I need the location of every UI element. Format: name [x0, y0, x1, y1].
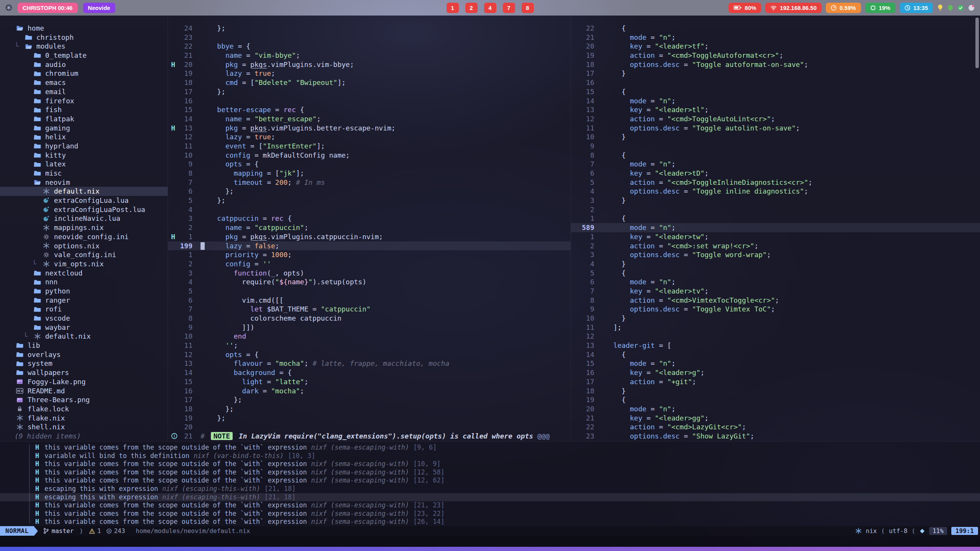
shield-tray-icon[interactable]	[947, 5, 953, 11]
code-line-3[interactable]: 3 }	[571, 196, 980, 205]
tree-item-modules[interactable]: └modules	[0, 42, 168, 51]
code-line-18[interactable]: 18 }	[571, 386, 980, 396]
code-line-8[interactable]: 8 action = "<cmd>VimtexTocToggle<cr>";	[571, 296, 980, 305]
code-line-11[interactable]: 11 event = ["InsertEnter"];	[168, 142, 571, 151]
diagnostic-item[interactable]: Hthis variable comes from the scope outs…	[35, 518, 980, 526]
tree-item-default.nix[interactable]: default.nix	[0, 187, 168, 196]
check-tray-icon[interactable]	[957, 5, 964, 11]
code-line-22[interactable]: 22 bbye = {	[168, 42, 571, 51]
code-line-21[interactable]: 21 mode = "n";	[571, 33, 980, 42]
diagnostic-item[interactable]: Hthis variable comes from the scope outs…	[35, 468, 980, 477]
code-line-6[interactable]: 6 key = "<leader>tD";	[571, 169, 980, 178]
code-line-20[interactable]: 20 mode = "n";	[571, 404, 980, 414]
code-line-18[interactable]: 18 options.desc = "Toggle autoformat-on-…	[571, 60, 980, 69]
tree-item-hyprland[interactable]: hyprland	[0, 142, 168, 151]
tree-item-neovide_config.ini[interactable]: neovide_config.ini	[0, 232, 168, 241]
code-line-13[interactable]: H13 pkg = pkgs.vimPlugins.better-escape-…	[168, 124, 571, 133]
code-line-16[interactable]: 16 key = "<leader>g";	[571, 368, 980, 377]
diagnostic-item[interactable]: Hthis variable comes from the scope outs…	[35, 460, 980, 468]
code-line-7[interactable]: 7 let $BAT_THEME = "catppuccin"	[168, 305, 571, 314]
diagnostic-counts[interactable]: 1 243	[89, 527, 128, 535]
tree-item-python[interactable]: python	[0, 287, 168, 296]
diagnostic-item[interactable]: Hescaping this with expressionnixf (esca…	[35, 485, 980, 493]
tree-item-system[interactable]: system	[0, 359, 168, 368]
tree-item-vim_opts.nix[interactable]: └vim_opts.nix	[0, 259, 168, 269]
code-line-21[interactable]: 21# NOTE In LazyVim require("clang_exten…	[168, 432, 571, 441]
code-line-2[interactable]: 2 action = "<cmd>:set wrap!<cr>";	[571, 241, 980, 251]
code-line-1[interactable]: 1 {	[571, 214, 980, 223]
tray-avatar[interactable]	[968, 5, 975, 11]
tree-item-home[interactable]: home	[0, 24, 168, 33]
tree-item-wallpapers[interactable]: wallpapers	[0, 368, 168, 377]
tree-item-extraConfigLuaPost.lua[interactable]: extraConfigLuaPost.lua	[0, 205, 168, 214]
code-line-14[interactable]: 14 mode = "n";	[571, 96, 980, 106]
code-line-11[interactable]: 11 ];	[571, 323, 980, 332]
diagnostic-item[interactable]: Hescaping this with expressionnixf (esca…	[0, 493, 980, 502]
cursor-position[interactable]: 199:1	[951, 527, 978, 535]
code-line-2[interactable]: 2	[571, 205, 980, 214]
tree-item-nnn[interactable]: nnn	[0, 277, 168, 287]
tree-item-Three-Bears.png[interactable]: Three-Bears.png	[0, 395, 168, 404]
code-line-12[interactable]: 12	[571, 332, 980, 341]
code-line-16[interactable]: 16	[571, 78, 980, 87]
code-line-13[interactable]: 13 leader-git = [	[571, 341, 980, 350]
code-line-8[interactable]: 8 mapping = ["jk"];	[168, 169, 571, 178]
code-line-23[interactable]: 23 options.desc = "Show LazyGit";	[571, 432, 980, 441]
logo-icon[interactable]	[5, 4, 12, 11]
code-line-13[interactable]: 13 key = "<leader>tl";	[571, 105, 980, 114]
tree-item-0_template[interactable]: 0_template	[0, 51, 168, 60]
tree-item-rofi[interactable]: rofi	[0, 305, 168, 314]
code-line-9[interactable]: 9 options.desc = "Toggle Vimtex ToC";	[571, 305, 980, 314]
workspace-button-7[interactable]: 7	[503, 3, 515, 13]
network-badge[interactable]: 192.168.86.50	[765, 3, 822, 13]
code-line-8[interactable]: 8 colorscheme catppuccin	[168, 314, 571, 323]
scrollbar-thumb[interactable]	[975, 18, 979, 68]
workspace-button-1[interactable]: 1	[447, 3, 459, 13]
code-line-1[interactable]: H1 pkg = pkgs.vimPlugins.catppuccin-nvim…	[168, 232, 571, 241]
workspace-button-8[interactable]: 8	[522, 3, 534, 13]
code-line-14[interactable]: 14 {	[571, 350, 980, 359]
code-line-21[interactable]: 21 key = "<leader>gg";	[571, 414, 980, 423]
tree-item-options.nix[interactable]: options.nix	[0, 241, 168, 251]
code-line-4[interactable]: 4	[168, 205, 571, 214]
code-line-16[interactable]: 16	[168, 96, 571, 106]
code-line-19[interactable]: 19 lazy = true;	[168, 69, 571, 78]
tree-item-waybar[interactable]: waybar	[0, 323, 168, 332]
code-line-2[interactable]: 2 name = "catppuccin";	[168, 223, 571, 232]
code-line-12[interactable]: 12 action = "<cmd>ToggleAutoLint<cr>";	[571, 114, 980, 124]
tree-item-lib[interactable]: lib	[0, 341, 168, 350]
clock-badge[interactable]: 13:35	[900, 3, 933, 13]
tree-item-vale_config.ini[interactable]: vale_config.ini	[0, 250, 168, 259]
tree-item-misc[interactable]: misc	[0, 169, 168, 178]
code-line-15[interactable]: 15 light = "latte";	[168, 377, 571, 386]
code-line-589[interactable]: 589 mode = "n";	[571, 223, 980, 232]
tree-item-vscode[interactable]: vscode	[0, 314, 168, 323]
code-line-4[interactable]: 4 }	[571, 259, 980, 269]
code-line-1[interactable]: 1 key = "<leader>tw";	[571, 232, 980, 241]
code-line-3[interactable]: 3 options.desc = "Toggle word-wrap";	[571, 250, 980, 259]
diagnostic-item[interactable]: Hthis variable comes from the scope outs…	[35, 476, 980, 485]
editor-pane-right[interactable]: 22 {21 mode = "n";20 key = "<leader>tf";…	[571, 16, 980, 441]
diagnostic-item[interactable]: Hvariable will bind to this definitionni…	[35, 452, 980, 460]
tree-item-flatpak[interactable]: flatpak	[0, 114, 168, 124]
battery-badge[interactable]: 80%	[729, 3, 761, 13]
workspace-button-2[interactable]: 2	[465, 3, 478, 13]
tree-item-latex[interactable]: latex	[0, 160, 168, 169]
code-line-20[interactable]: 20 key = "<leader>tf";	[571, 42, 980, 51]
editor-pane-main[interactable]: 24 };2322 bbye = {21 name = "vim-bbye";H…	[168, 16, 571, 441]
code-line-6[interactable]: 6 vim.cmd([[	[168, 296, 571, 305]
code-line-10[interactable]: 10 }	[571, 314, 980, 323]
code-line-17[interactable]: 17 };	[168, 395, 571, 404]
tree-item-emacs[interactable]: emacs	[0, 78, 168, 87]
code-line-7[interactable]: 7 key = "<leader>tv";	[571, 287, 980, 296]
code-line-15[interactable]: 15 {	[571, 87, 980, 96]
tree-item-email[interactable]: email	[0, 87, 168, 96]
cpu-badge[interactable]: 0.59%	[826, 3, 861, 13]
code-line-22[interactable]: 22 {	[571, 24, 980, 33]
tree-item-inclineNavic.lua[interactable]: inclineNavic.lua	[0, 214, 168, 223]
tree-item-default.nix[interactable]: └default.nix	[0, 332, 168, 341]
tree-item-gaming[interactable]: gaming	[0, 124, 168, 133]
code-line-11[interactable]: 11 options.desc = "Toggle autolint-on-sa…	[571, 124, 980, 133]
code-line-6[interactable]: 6 };	[168, 187, 571, 196]
tree-item-neovim[interactable]: neovim	[0, 178, 168, 187]
